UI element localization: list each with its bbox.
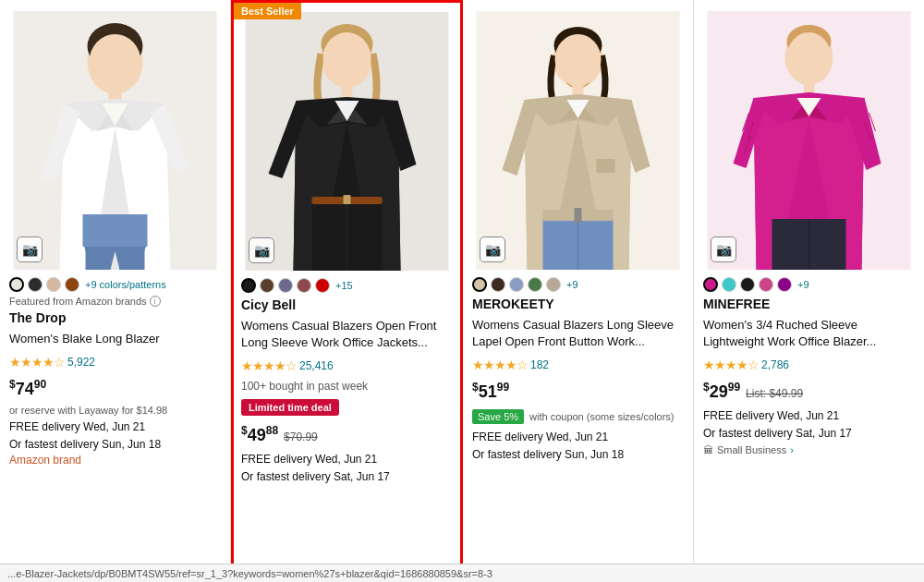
featured-brand-1: Featured from Amazon brands i [9, 296, 221, 307]
list-price-2: $70.99 [284, 430, 318, 443]
product-title-1[interactable]: Women's Blake Long Blazer [9, 331, 221, 347]
color-swatches-2: +15 [241, 278, 453, 293]
swatch[interactable] [740, 277, 755, 292]
swatch[interactable] [759, 277, 773, 292]
svg-rect-7 [120, 247, 145, 270]
review-count-2[interactable]: 25,416 [299, 359, 334, 372]
price-row-1: $7490 [9, 378, 221, 399]
fastest-4: Or fastest delivery Sat, Jun 17 [703, 427, 915, 440]
product-title-4[interactable]: Women's 3/4 Ruched Sleeve Lightweight Wo… [703, 317, 915, 350]
delivery-2: FREE delivery Wed, Jun 21 [241, 451, 453, 467]
star-rating-2: ★★★★☆ [241, 358, 297, 373]
price-1: $7490 [9, 378, 46, 399]
color-swatches-3: +9 [472, 277, 684, 292]
product-image-1[interactable]: 📷 [9, 11, 221, 270]
product-image-3[interactable]: 📷 [472, 11, 684, 270]
amazon-brand-1: Amazon brand [9, 454, 221, 467]
swatch[interactable] [703, 277, 718, 292]
product-card-1: 📷 +9 colors/patterns Featured from Amazo… [0, 0, 231, 582]
swatch[interactable] [241, 278, 256, 293]
save-badge-3: Save 5% [472, 409, 524, 424]
more-colors-link-2[interactable]: +15 [335, 280, 353, 291]
price-4: $2999 [703, 381, 740, 402]
delivery-1: FREE delivery Wed, Jun 21 [9, 418, 221, 435]
coupon-row-3: Save 5% with coupon (some sizes/colors) [472, 409, 684, 424]
product-title-3[interactable]: Womens Casual Blazers Long Sleeve Lapel … [472, 317, 684, 350]
coupon-text-3: with coupon (some sizes/colors) [529, 411, 675, 422]
more-colors-link-1[interactable]: +9 colors/patterns [85, 279, 166, 290]
swatch[interactable] [278, 278, 293, 293]
more-colors-link-4[interactable]: +9 [797, 279, 809, 290]
more-colors-link-3[interactable]: +9 [566, 279, 578, 290]
brand-name-4[interactable]: MINEFREE [703, 297, 915, 311]
product-card-2: Best Seller [231, 0, 463, 582]
swatch[interactable] [315, 278, 330, 293]
swatch[interactable] [722, 277, 736, 292]
bought-info-2: 100+ bought in past week [241, 380, 453, 393]
swatch[interactable] [65, 277, 79, 292]
delivery-4: FREE delivery Wed, Jun 21 [703, 407, 915, 424]
camera-icon-3[interactable]: 📷 [480, 236, 505, 262]
stars-2: ★★★★☆ 25,416 [241, 358, 453, 373]
svg-rect-5 [83, 214, 148, 247]
svg-point-11 [323, 32, 371, 84]
best-seller-badge: Best Seller [234, 3, 301, 19]
swatch[interactable] [509, 277, 524, 292]
small-business-chevron[interactable]: › [790, 444, 794, 455]
swatch[interactable] [491, 277, 505, 292]
star-rating-4: ★★★★☆ [703, 358, 759, 372]
limited-deal-badge: Limited time deal [241, 399, 339, 416]
star-rating-1: ★★★★☆ [9, 355, 65, 370]
products-grid: 📷 +9 colors/patterns Featured from Amazo… [0, 0, 924, 582]
product-title-2[interactable]: Womens Casual Blazers Open Front Long Sl… [241, 318, 453, 351]
product-image-2[interactable]: 📷 [241, 12, 453, 271]
swatch[interactable] [28, 277, 43, 292]
color-swatches-1: +9 colors/patterns [9, 277, 221, 292]
brand-name-3[interactable]: MEROKEETY [472, 297, 684, 311]
delivery-3: FREE delivery Wed, Jun 21 [472, 429, 684, 445]
svg-point-20 [555, 34, 602, 84]
review-count-4[interactable]: 2,786 [761, 358, 789, 371]
url-bar: ...e-Blazer-Jackets/dp/B0BMT4SW55/ref=sr… [0, 564, 924, 582]
swatch[interactable] [472, 277, 487, 292]
brand-name-1[interactable]: The Drop [9, 310, 221, 325]
fastest-3: Or fastest delivery Sun, Jun 18 [472, 448, 684, 461]
swatch[interactable] [260, 278, 274, 293]
svg-rect-26 [575, 208, 582, 223]
price-3: $5199 [472, 381, 509, 402]
fastest-2: Or fastest delivery Sat, Jun 17 [241, 470, 453, 483]
small-business-badge: 🏛 Small Business › [703, 444, 915, 455]
brand-name-2[interactable]: Cicy Bell [241, 297, 453, 312]
product-info-2: Cicy Bell Womens Casual Blazers Open Fro… [241, 297, 453, 570]
swatch[interactable] [777, 277, 792, 292]
svg-point-3 [90, 34, 141, 90]
list-price-4: List: $49.99 [746, 387, 803, 400]
review-count-1[interactable]: 5,922 [67, 356, 95, 369]
product-image-4[interactable]: 📷 [703, 11, 915, 270]
price-row-2: $4988 $70.99 [241, 424, 453, 445]
camera-icon-2[interactable]: 📷 [249, 237, 274, 263]
svg-rect-6 [86, 247, 111, 270]
fastest-1: Or fastest delivery Sun, Jun 18 [9, 438, 221, 451]
star-rating-3: ★★★★☆ [472, 358, 528, 372]
swatch[interactable] [9, 277, 24, 292]
stars-3: ★★★★☆ 182 [472, 358, 684, 372]
price-row-4: $2999 List: $49.99 [703, 381, 915, 402]
info-icon-1[interactable]: i [150, 296, 161, 307]
svg-point-30 [787, 32, 832, 82]
swatch[interactable] [46, 277, 61, 292]
stars-1: ★★★★☆ 5,922 [9, 355, 221, 370]
swatch[interactable] [546, 277, 561, 292]
price-2: $4988 [241, 424, 278, 445]
review-count-3[interactable]: 182 [530, 358, 549, 371]
swatch[interactable] [297, 278, 311, 293]
camera-icon-1[interactable]: 📷 [17, 236, 43, 262]
reserve-text-1: or reserve with Layaway for $14.98 [9, 405, 221, 416]
swatch[interactable] [528, 277, 542, 292]
product-card-3: 📷 +9 MEROKEETY Womens Casual Blazers Lon… [463, 0, 694, 582]
camera-icon-4[interactable]: 📷 [711, 236, 736, 262]
svg-rect-12 [342, 84, 353, 99]
stars-4: ★★★★☆ 2,786 [703, 358, 915, 372]
color-swatches-4: +9 [703, 277, 915, 292]
svg-rect-22 [597, 159, 615, 173]
